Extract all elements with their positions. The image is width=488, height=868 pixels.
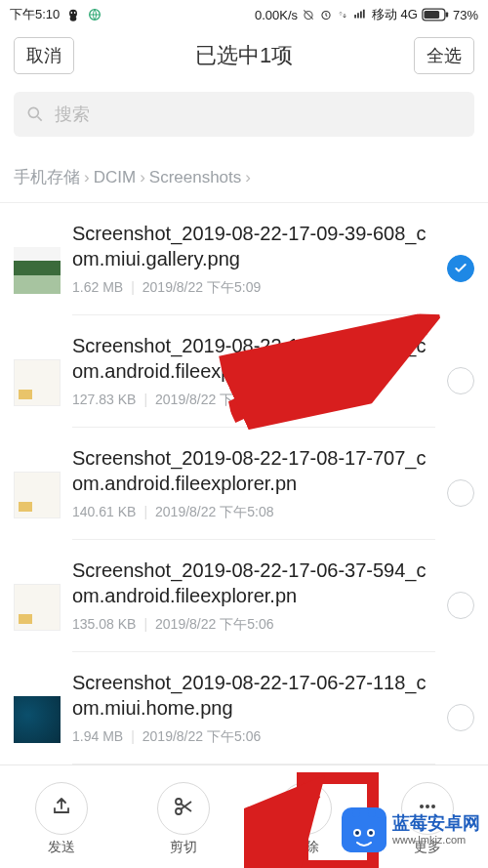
file-meta: 1.94 MB|2019/8/22 下午5:06 xyxy=(72,728,435,746)
file-checkbox[interactable] xyxy=(447,592,474,619)
file-thumbnail xyxy=(14,696,61,743)
svg-point-2 xyxy=(71,12,73,14)
file-item[interactable]: Screenshot_2019-08-22-17-08-17-707_com.a… xyxy=(0,428,488,540)
send-button[interactable]: 发送 xyxy=(22,782,101,856)
selection-toolbar: 取消 已选中1项 全选 xyxy=(0,29,488,86)
browser-icon xyxy=(87,7,102,22)
search-input[interactable] xyxy=(55,104,463,125)
status-battery-pct: 73% xyxy=(453,8,478,22)
svg-point-1 xyxy=(70,16,77,21)
status-time: 下午5:10 xyxy=(10,6,60,23)
battery-icon xyxy=(422,8,449,21)
cut-button[interactable]: 剪切 xyxy=(144,782,223,856)
svg-point-19 xyxy=(431,805,435,808)
svg-rect-8 xyxy=(357,13,359,18)
chevron-right-icon: › xyxy=(84,168,90,187)
trash-icon xyxy=(294,795,317,821)
status-speed: 0.00K/s xyxy=(255,8,298,22)
search-icon xyxy=(25,104,45,124)
share-icon xyxy=(50,795,73,821)
svg-rect-7 xyxy=(354,15,356,19)
file-name: Screenshot_2019-08-22-17-08-17-707_com.a… xyxy=(72,445,435,496)
delete-label: 删除 xyxy=(292,839,319,856)
chevron-right-icon: › xyxy=(245,168,251,187)
file-meta: 127.83 KB|2019/8/22 下午5:08 xyxy=(72,392,435,409)
more-button[interactable]: 更多 xyxy=(388,782,467,856)
file-thumbnail xyxy=(14,359,61,406)
svg-point-3 xyxy=(74,12,76,14)
file-name: Screenshot_2019-08-22-17-06-27-118_com.m… xyxy=(72,670,435,721)
file-thumbnail xyxy=(14,472,61,518)
breadcrumb: 手机存储 › DCIM › Screenshots › xyxy=(0,143,488,203)
svg-point-17 xyxy=(420,805,424,808)
file-thumbnail xyxy=(14,584,61,631)
svg-rect-9 xyxy=(360,12,362,19)
file-thumbnail xyxy=(14,247,61,294)
breadcrumb-seg-dcim[interactable]: DCIM xyxy=(94,168,136,187)
file-name: Screenshot_2019-08-22-17-08-22-421_com.a… xyxy=(72,333,435,384)
scissors-icon xyxy=(172,795,195,821)
delete-button[interactable]: 删除 xyxy=(266,782,345,856)
data-icon xyxy=(337,9,348,21)
status-bar: 下午5:10 0.00K/s 移动 4G 73% xyxy=(0,0,488,29)
file-meta: 135.08 KB|2019/8/22 下午5:06 xyxy=(72,616,435,634)
breadcrumb-seg-screenshots[interactable]: Screenshots xyxy=(149,168,242,187)
svg-rect-13 xyxy=(446,13,448,18)
file-checkbox[interactable] xyxy=(447,704,474,731)
search-bar[interactable] xyxy=(14,92,474,137)
svg-point-18 xyxy=(426,805,429,808)
signal-icon xyxy=(352,8,368,21)
status-carrier: 移动 4G xyxy=(372,6,418,23)
file-item[interactable]: Screenshot_2019-08-22-17-09-39-608_com.m… xyxy=(0,203,488,315)
qq-icon xyxy=(65,7,81,22)
file-name: Screenshot_2019-08-22-17-09-39-608_com.m… xyxy=(72,221,435,271)
file-item[interactable]: Screenshot_2019-08-22-17-06-27-118_com.m… xyxy=(0,652,488,765)
file-list[interactable]: Screenshot_2019-08-22-17-09-39-608_com.m… xyxy=(0,203,488,765)
select-all-button[interactable]: 全选 xyxy=(414,37,474,74)
file-item[interactable]: Screenshot_2019-08-22-17-06-37-594_com.a… xyxy=(0,540,488,652)
action-toolbar: 发送 剪切 删除 更多 xyxy=(0,765,488,868)
cancel-button[interactable]: 取消 xyxy=(14,37,74,74)
file-checkbox[interactable] xyxy=(447,367,474,394)
file-item[interactable]: Screenshot_2019-08-22-17-08-22-421_com.a… xyxy=(0,315,488,428)
more-label: 更多 xyxy=(414,839,441,856)
more-icon xyxy=(416,795,439,821)
alarm-off-icon xyxy=(302,8,315,21)
alarm-icon xyxy=(319,8,333,21)
file-checkbox[interactable] xyxy=(447,479,474,507)
file-checkbox[interactable] xyxy=(447,255,474,282)
file-name: Screenshot_2019-08-22-17-06-37-594_com.a… xyxy=(72,558,435,608)
breadcrumb-seg-storage[interactable]: 手机存储 xyxy=(14,166,80,188)
selection-count-title: 已选中1项 xyxy=(74,41,414,70)
send-label: 发送 xyxy=(48,839,75,856)
chevron-right-icon: › xyxy=(140,168,145,187)
file-meta: 1.62 MB|2019/8/22 下午5:09 xyxy=(72,279,435,297)
svg-rect-10 xyxy=(363,10,365,19)
svg-point-14 xyxy=(28,107,38,117)
cut-label: 剪切 xyxy=(170,839,197,856)
svg-rect-12 xyxy=(424,11,439,19)
file-meta: 140.61 KB|2019/8/22 下午5:08 xyxy=(72,504,435,521)
